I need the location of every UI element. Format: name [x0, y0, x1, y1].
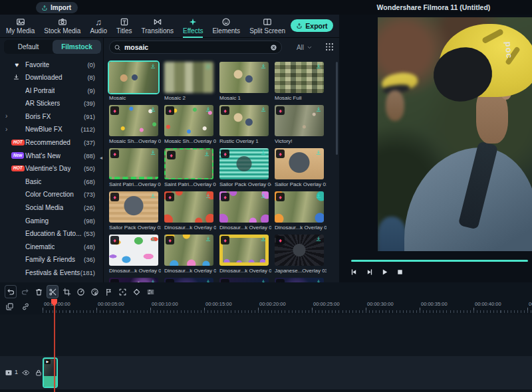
- effect-item-mosaic-2[interactable]: Mosaic 2: [164, 62, 216, 101]
- effect-item-dinosaur-k-overlay-05[interactable]: ♦Dinosaur...k Overlay 05: [164, 235, 216, 274]
- sidebar-item-count: (91): [84, 113, 95, 120]
- sidebar-item-count: (8): [87, 74, 95, 81]
- tab-effects[interactable]: Effects: [178, 16, 207, 38]
- sidebar-item-cinematic[interactable]: Cinematic(48): [0, 241, 104, 254]
- crop-button[interactable]: [61, 286, 72, 298]
- effect-name: Victory!: [275, 138, 327, 144]
- video-track[interactable]: 1 ▶: [0, 356, 532, 389]
- sidebar-item-family-friends[interactable]: Family & Friends(36): [0, 254, 104, 267]
- delete-button[interactable]: [33, 286, 44, 298]
- effect-item-saint-patri-overlay-01[interactable]: ♦Saint Patri...Overlay 01: [109, 148, 161, 187]
- ruler-label: 00:00:10:00: [152, 301, 178, 307]
- track-lock-icon[interactable]: [35, 369, 43, 377]
- effect-item-dinosaur-k-overlay-03[interactable]: ♦Dinosaur...k Overlay 03: [275, 191, 327, 231]
- sidebar-item-label: AI Portrait: [25, 87, 55, 94]
- link-clips-icon[interactable]: [21, 302, 30, 311]
- tab-elements[interactable]: Elements: [207, 16, 245, 38]
- effect-thumbnail: ♦: [164, 191, 213, 223]
- effect-item-saint-patri-overlay-02[interactable]: ♦Saint Patri...Overlay 02: [164, 148, 216, 187]
- sidebar-item-count: (37): [84, 139, 95, 146]
- effect-item[interactable]: ♦: [275, 278, 327, 282]
- stop-button[interactable]: [394, 266, 405, 277]
- stock-media-icon: [58, 17, 67, 27]
- tab-stock-media[interactable]: Stock Media: [39, 16, 85, 38]
- sidebar-item-favorite[interactable]: ♥Favorite(0): [0, 58, 104, 72]
- grid-view-icon[interactable]: [325, 42, 334, 52]
- play-button[interactable]: [379, 266, 390, 277]
- tab-audio[interactable]: ♫Audio: [85, 16, 112, 38]
- adjust-button[interactable]: [145, 286, 156, 298]
- sidebar-item-social-media[interactable]: Social Media(26): [0, 202, 104, 215]
- next-frame-button[interactable]: [364, 266, 374, 277]
- timeline-empty-area[interactable]: [0, 314, 532, 356]
- chevron-right-icon[interactable]: ›: [5, 125, 7, 134]
- color-button[interactable]: [89, 286, 100, 298]
- tab-transitions[interactable]: Transitions: [137, 16, 179, 38]
- effect-item[interactable]: ♦: [219, 278, 271, 282]
- tab-my-media[interactable]: My Media: [1, 16, 39, 38]
- sidebar-item-newblue-fx[interactable]: ›NewBlue FX(112): [0, 124, 104, 137]
- timeline-ruler[interactable]: 00:00:00:0000:00:05:0000:00:10:0000:00:1…: [0, 300, 532, 314]
- sidebar-item-boris-fx[interactable]: ›Boris FX(91): [0, 110, 104, 124]
- effect-item[interactable]: ♦: [164, 278, 216, 282]
- effect-item-japanese-overlay-03[interactable]: ♦Japanese...Overlay 03: [275, 235, 327, 274]
- effect-item-mosaic[interactable]: Mosaic: [109, 62, 161, 101]
- marker-button[interactable]: [103, 286, 114, 298]
- tab-label: Stock Media: [44, 27, 80, 38]
- import-button[interactable]: Import: [36, 2, 78, 13]
- undo-button[interactable]: [5, 286, 16, 298]
- sidebar-item-valentine-s-day[interactable]: HOTValentine's Day(50): [0, 163, 104, 176]
- tab-default[interactable]: Default: [4, 40, 53, 54]
- speed-button[interactable]: [75, 286, 86, 298]
- sidebar-item-education-tuto[interactable]: Education & Tuto...(53): [0, 228, 104, 241]
- collapse-sidebar-icon[interactable]: ◂: [100, 155, 102, 161]
- effect-item-sailor-pack-overlay-01[interactable]: ♦Sailor Pack Overlay 01: [275, 148, 327, 187]
- sidebar-item-recommended[interactable]: HOTRecommended(37): [0, 137, 104, 150]
- chevron-right-icon[interactable]: ›: [5, 112, 7, 121]
- tab-titles[interactable]: Titles: [112, 16, 137, 38]
- sidebar-item-ai-portrait[interactable]: AI Portrait(9): [0, 84, 104, 98]
- seek-bar[interactable]: [351, 260, 528, 262]
- effect-item-dinosaur-k-overlay-01[interactable]: ♦Dinosaur...k Overlay 01: [164, 191, 216, 231]
- effect-item-mosaic-sh-overlay-01[interactable]: ♦Mosaic Sh...Overlay 01: [109, 105, 161, 144]
- filter-dropdown[interactable]: All: [290, 41, 319, 54]
- timeline-clip[interactable]: ▶: [43, 357, 58, 388]
- effect-item-dinosaur-k-overlay-02[interactable]: ♦Dinosaur...k Overlay 02: [219, 191, 271, 231]
- clear-search-icon[interactable]: [270, 44, 277, 51]
- export-button[interactable]: Export: [291, 19, 333, 32]
- effect-item-mosaic-sh-overlay-02[interactable]: ♦Mosaic Sh...Overlay 02: [164, 105, 216, 144]
- sidebar-item-gaming[interactable]: Gaming(98): [0, 215, 104, 228]
- effects-scrollbar[interactable]: [336, 62, 338, 155]
- effect-item-sailor-pack-overlay-04[interactable]: ♦Sailor Pack Overlay 04: [219, 148, 271, 187]
- effect-item-mosaic-full[interactable]: Mosaic Full: [275, 62, 327, 101]
- motion-track-button[interactable]: [117, 286, 128, 298]
- manage-tracks-icon[interactable]: [5, 302, 14, 311]
- sidebar-item-downloaded[interactable]: Downloaded(8): [0, 72, 104, 85]
- effect-item-sailor-pack-overlay-02[interactable]: ♦Sailor Pack Overlay 02: [109, 191, 161, 231]
- split-screen-icon: [263, 17, 272, 27]
- sidebar-item-color-correction[interactable]: Color Correction(73): [0, 189, 104, 202]
- tab-split-screen[interactable]: Split Screen: [245, 16, 290, 38]
- effect-thumbnail: ♦: [219, 191, 269, 223]
- effect-item-rustic-overlay-1[interactable]: ♦Rustic Overlay 1: [219, 105, 271, 144]
- sidebar-item-what-s-new[interactable]: NewWhat's New(88): [0, 149, 104, 163]
- split-button[interactable]: [47, 286, 58, 298]
- effect-item[interactable]: ♦: [109, 278, 161, 282]
- effect-name: Dinosaur...k Overlay 02: [219, 225, 271, 231]
- keyframe-button[interactable]: [131, 286, 142, 298]
- previous-frame-button[interactable]: [348, 266, 359, 277]
- effect-item-dinosaur-k-overlay-06[interactable]: ♦Dinosaur...k Overlay 06: [219, 235, 271, 274]
- sidebar-item-festivals-events[interactable]: Festivals & Events(181): [0, 267, 104, 280]
- tab-filmstock[interactable]: Filmstock: [53, 40, 101, 54]
- track-visibility-icon[interactable]: [22, 369, 30, 377]
- redo-button[interactable]: [19, 286, 30, 298]
- sidebar-item-ar-stickers[interactable]: AR Stickers(39): [0, 98, 104, 111]
- chevron-down-icon: [307, 45, 313, 50]
- import-icon: [41, 5, 48, 11]
- effect-item-dinosaur-k-overlay-04[interactable]: ♦Dinosaur...k Overlay 04: [109, 235, 161, 274]
- effect-item-mosaic-1[interactable]: Mosaic 1: [219, 62, 271, 101]
- search-input[interactable]: [124, 43, 267, 51]
- sidebar-item-count: (36): [84, 256, 95, 263]
- sidebar-item-basic[interactable]: Basic(68): [0, 175, 104, 189]
- effect-item-victory[interactable]: ♦Victory!: [275, 105, 327, 144]
